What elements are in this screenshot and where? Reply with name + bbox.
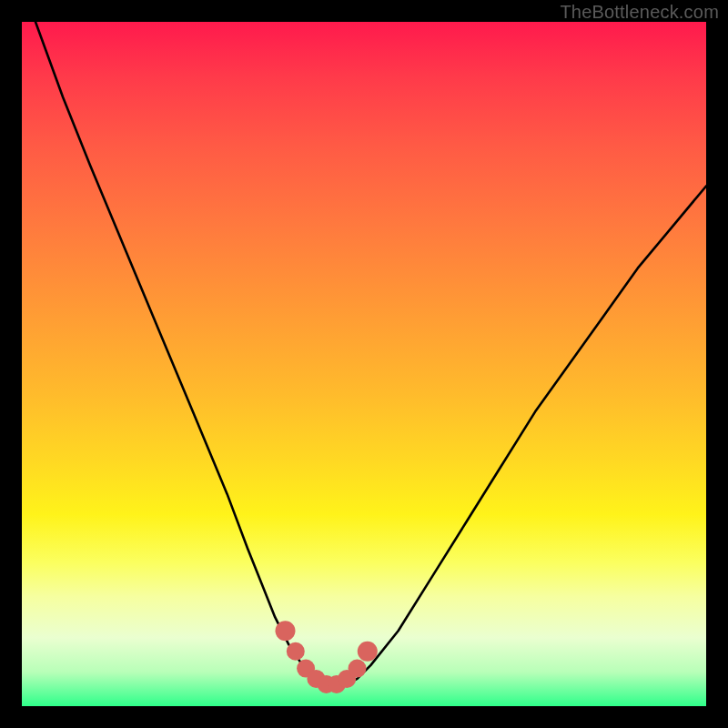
highlight-dot [349, 660, 367, 678]
highlight-dot [276, 621, 296, 641]
highlight-dot [358, 642, 378, 662]
highlight-dot [287, 642, 305, 661]
chart-plot-area [22, 22, 706, 706]
chart-svg [22, 22, 706, 706]
chart-frame: TheBottleneck.com [0, 0, 728, 728]
bottleneck-curve [35, 22, 706, 685]
highlight-dots [276, 621, 378, 693]
watermark-text: TheBottleneck.com [560, 2, 719, 23]
